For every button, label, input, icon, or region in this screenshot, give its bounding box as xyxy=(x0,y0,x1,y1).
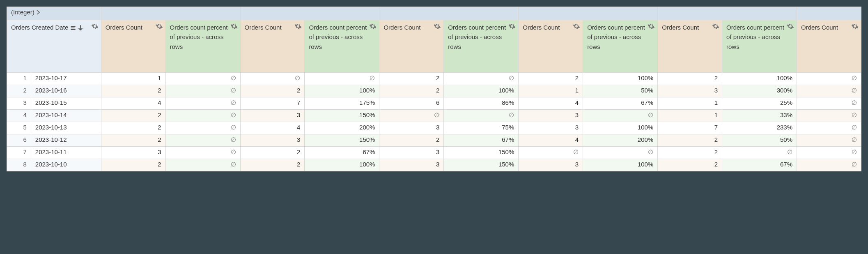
table-cell[interactable]: 200% xyxy=(305,122,379,134)
table-cell[interactable]: ∅ xyxy=(583,147,658,159)
pivot-group-header[interactable] xyxy=(658,7,797,20)
table-cell[interactable]: 2 xyxy=(379,85,444,97)
table-cell[interactable]: 150% xyxy=(444,147,519,159)
column-header-pct[interactable]: Orders count percent of previous - acros… xyxy=(444,20,519,73)
table-cell[interactable]: 2 xyxy=(240,147,305,159)
table-cell[interactable]: 4 xyxy=(101,97,165,110)
table-cell[interactable]: 50% xyxy=(583,85,658,97)
column-header-pct[interactable]: Orders count percent of previous - acros… xyxy=(305,20,379,73)
table-cell[interactable]: 2023-10-14 xyxy=(31,110,101,122)
table-cell[interactable]: ∅ xyxy=(797,110,861,122)
table-cell[interactable]: 3 xyxy=(519,110,583,122)
table-cell[interactable]: 3 xyxy=(379,147,444,159)
pivot-type-header[interactable]: (Integer) xyxy=(7,7,101,20)
table-cell[interactable]: ∅ xyxy=(797,85,861,97)
table-cell[interactable]: 3 xyxy=(519,122,583,134)
column-header-count[interactable]: Orders Count xyxy=(797,20,861,73)
table-cell[interactable]: 175% xyxy=(305,97,379,110)
table-cell[interactable]: 2 xyxy=(658,147,722,159)
table-cell[interactable]: 3 xyxy=(379,159,444,171)
table-cell[interactable]: 2023-10-13 xyxy=(31,122,101,134)
gear-icon[interactable] xyxy=(851,23,859,30)
table-cell[interactable]: ∅ xyxy=(165,147,240,159)
table-cell[interactable]: 2 xyxy=(240,159,305,171)
table-cell[interactable]: ∅ xyxy=(797,97,861,110)
gear-icon[interactable] xyxy=(294,23,302,30)
table-cell[interactable]: 233% xyxy=(722,122,797,134)
table-cell[interactable]: ∅ xyxy=(797,73,861,85)
table-cell[interactable]: 2 xyxy=(101,122,165,134)
table-cell[interactable]: 100% xyxy=(305,159,379,171)
table-cell[interactable]: ∅ xyxy=(165,122,240,134)
table-cell[interactable]: 7 xyxy=(240,97,305,110)
table-cell[interactable]: 2 xyxy=(101,159,165,171)
gear-icon[interactable] xyxy=(156,23,163,30)
table-cell[interactable]: 2023-10-15 xyxy=(31,97,101,110)
table-cell[interactable]: 86% xyxy=(444,97,519,110)
table-cell[interactable]: 2023-10-10 xyxy=(31,159,101,171)
table-cell[interactable]: 2 xyxy=(101,110,165,122)
table-cell[interactable]: 2 xyxy=(379,73,444,85)
table-cell[interactable]: 100% xyxy=(583,122,658,134)
table-cell[interactable]: 1 xyxy=(658,97,722,110)
table-cell[interactable]: 2023-10-11 xyxy=(31,147,101,159)
table-cell[interactable]: 2 xyxy=(379,134,444,147)
table-cell[interactable]: 1 xyxy=(519,85,583,97)
column-header-count[interactable]: Orders Count xyxy=(101,20,165,73)
table-cell[interactable]: 100% xyxy=(583,73,658,85)
table-cell[interactable]: 3 xyxy=(240,134,305,147)
gear-icon[interactable] xyxy=(648,23,655,30)
table-cell[interactable]: 2 xyxy=(101,134,165,147)
table-cell[interactable]: 200% xyxy=(583,134,658,147)
table-cell[interactable]: ∅ xyxy=(305,73,379,85)
column-header-count[interactable]: Orders Count xyxy=(658,20,722,73)
table-cell[interactable]: ∅ xyxy=(165,97,240,110)
table-cell[interactable]: ∅ xyxy=(797,159,861,171)
table-cell[interactable]: 50% xyxy=(722,134,797,147)
table-cell[interactable]: 4 xyxy=(240,122,305,134)
table-cell[interactable]: ∅ xyxy=(165,85,240,97)
table-cell[interactable]: 67% xyxy=(444,134,519,147)
table-cell[interactable]: 2 xyxy=(658,134,722,147)
table-cell[interactable]: 2 xyxy=(519,73,583,85)
gear-icon[interactable] xyxy=(508,23,516,30)
column-header-count[interactable]: Orders Count xyxy=(240,20,305,73)
table-cell[interactable]: ∅ xyxy=(519,147,583,159)
table-cell[interactable]: 3 xyxy=(240,110,305,122)
table-cell[interactable]: 75% xyxy=(444,122,519,134)
table-cell[interactable]: 2 xyxy=(101,85,165,97)
table-cell[interactable]: 33% xyxy=(722,110,797,122)
table-cell[interactable]: 2 xyxy=(658,159,722,171)
gear-icon[interactable] xyxy=(369,23,377,30)
pivot-group-header[interactable] xyxy=(101,7,240,20)
pivot-group-header[interactable] xyxy=(519,7,658,20)
gear-icon[interactable] xyxy=(91,23,99,30)
pivot-group-header[interactable] xyxy=(797,7,861,20)
table-cell[interactable]: 3 xyxy=(101,147,165,159)
table-cell[interactable]: 150% xyxy=(305,134,379,147)
column-header-date[interactable]: Orders Created Date xyxy=(7,20,101,73)
table-cell[interactable]: 150% xyxy=(444,159,519,171)
table-cell[interactable]: ∅ xyxy=(379,110,444,122)
table-cell[interactable]: ∅ xyxy=(165,73,240,85)
column-header-pct[interactable]: Orders count percent of previous - acros… xyxy=(583,20,658,73)
table-cell[interactable]: 100% xyxy=(722,73,797,85)
table-cell[interactable]: 2023-10-16 xyxy=(31,85,101,97)
table-cell[interactable]: 3 xyxy=(519,159,583,171)
table-cell[interactable]: ∅ xyxy=(583,110,658,122)
table-cell[interactable]: ∅ xyxy=(797,147,861,159)
table-cell[interactable]: ∅ xyxy=(165,110,240,122)
table-cell[interactable]: ∅ xyxy=(797,122,861,134)
column-header-count[interactable]: Orders Count xyxy=(379,20,444,73)
table-cell[interactable]: 100% xyxy=(305,85,379,97)
table-cell[interactable]: ∅ xyxy=(797,134,861,147)
table-cell[interactable]: ∅ xyxy=(722,147,797,159)
gear-icon[interactable] xyxy=(787,23,794,30)
table-cell[interactable]: 100% xyxy=(583,159,658,171)
table-cell[interactable]: 2 xyxy=(658,73,722,85)
gear-icon[interactable] xyxy=(434,23,441,30)
table-cell[interactable]: ∅ xyxy=(444,110,519,122)
pivot-group-header[interactable] xyxy=(379,7,519,20)
table-cell[interactable]: 3 xyxy=(658,85,722,97)
table-cell[interactable]: 67% xyxy=(583,97,658,110)
